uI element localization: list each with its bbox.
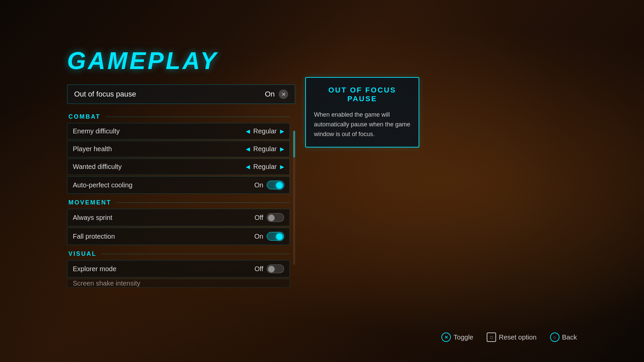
arrow-left-health[interactable]: ◀: [246, 146, 250, 152]
always-sprint-value: Off: [255, 214, 263, 222]
left-panel: GAMEPLAY Out of focus pause On ✕ COMBAT …: [67, 47, 295, 288]
arrow-left-enemy[interactable]: ◀: [246, 128, 250, 134]
info-panel-description: When enabled the game will automatically…: [314, 110, 411, 139]
fall-protection-toggle[interactable]: [267, 232, 284, 241]
arrow-right-enemy[interactable]: ▶: [280, 128, 284, 134]
setting-row-fall-protection[interactable]: Fall protection On: [67, 228, 290, 245]
settings-container: COMBAT Enemy difficulty ◀ Regular ▶: [67, 111, 290, 288]
auto-perfect-cooling-toggle[interactable]: [267, 181, 284, 189]
enemy-difficulty-label: Enemy difficulty: [73, 127, 120, 135]
explorer-mode-knob: [268, 266, 275, 273]
setting-row-always-sprint[interactable]: Always sprint Off: [67, 209, 290, 226]
hint-toggle: ✕ Toggle: [441, 333, 473, 342]
fall-protection-right: On: [254, 232, 284, 241]
selected-setting-value: On: [265, 90, 275, 99]
section-header-combat: COMBAT: [67, 111, 290, 123]
setting-row-auto-perfect-cooling[interactable]: Auto-perfect cooling On: [67, 176, 290, 194]
page-title: GAMEPLAY: [67, 47, 295, 74]
auto-perfect-cooling-right: On: [254, 181, 284, 189]
wanted-difficulty-value: Regular: [253, 163, 277, 171]
hint-reset: □ Reset option: [487, 333, 536, 342]
scrollbar-thumb: [293, 131, 295, 158]
info-panel: OUT OF FOCUS PAUSE When enabled the game…: [305, 77, 419, 147]
section-header-movement: MOVEMENT: [67, 196, 290, 209]
scrollbar-track[interactable]: [293, 131, 295, 265]
explorer-mode-value: Off: [255, 265, 263, 273]
player-health-label: Player health: [73, 145, 112, 153]
visual-settings-list: Explorer mode Off Screen shake intensity: [67, 260, 290, 288]
reset-icon: □: [487, 333, 496, 342]
info-panel-title: OUT OF FOCUS PAUSE: [314, 86, 411, 103]
enemy-difficulty-right: ◀ Regular ▶: [246, 127, 284, 135]
reset-hint-label: Reset option: [499, 334, 536, 341]
fall-protection-label: Fall protection: [73, 233, 115, 240]
selected-setting-label: Out of focus pause: [74, 90, 136, 99]
player-health-value: Regular: [253, 145, 277, 153]
section-header-visual: VISUAL: [67, 248, 290, 260]
setting-row-player-health[interactable]: Player health ◀ Regular ▶: [67, 141, 290, 157]
screen-shake-label: Screen shake intensity: [73, 280, 140, 287]
main-content: GAMEPLAY Out of focus pause On ✕ COMBAT …: [0, 0, 644, 362]
always-sprint-toggle[interactable]: [267, 213, 284, 222]
setting-row-enemy-difficulty[interactable]: Enemy difficulty ◀ Regular ▶: [67, 123, 290, 139]
explorer-mode-toggle[interactable]: [267, 264, 284, 273]
arrow-left-wanted[interactable]: ◀: [246, 164, 250, 170]
explorer-mode-right: Off: [255, 264, 284, 273]
wanted-difficulty-right: ◀ Regular ▶: [246, 163, 284, 171]
movement-settings-list: Always sprint Off Fall protection On: [67, 209, 290, 245]
selected-setting-row[interactable]: Out of focus pause On ✕: [67, 84, 295, 104]
setting-row-screen-shake: Screen shake intensity: [67, 279, 290, 288]
back-hint-label: Back: [562, 334, 577, 341]
setting-row-wanted-difficulty[interactable]: Wanted difficulty ◀ Regular ▶: [67, 159, 290, 175]
combat-settings-list: Enemy difficulty ◀ Regular ▶ Player heal…: [67, 123, 290, 194]
player-health-right: ◀ Regular ▶: [246, 145, 284, 153]
wanted-difficulty-label: Wanted difficulty: [73, 163, 122, 171]
auto-perfect-cooling-label: Auto-perfect cooling: [73, 181, 132, 189]
toggle-hint-label: Toggle: [453, 334, 473, 341]
always-sprint-label: Always sprint: [73, 214, 112, 222]
toggle-icon: ✕: [441, 333, 451, 342]
selected-setting-right: On ✕: [265, 89, 288, 99]
fall-protection-value: On: [254, 233, 263, 240]
fall-protection-knob: [276, 233, 283, 240]
auto-perfect-cooling-knob: [276, 182, 283, 189]
hint-back: ○ Back: [550, 333, 577, 342]
back-icon: ○: [550, 333, 559, 342]
bottom-hints: ✕ Toggle □ Reset option ○ Back: [441, 333, 577, 342]
auto-perfect-cooling-value: On: [254, 181, 263, 189]
explorer-mode-label: Explorer mode: [73, 265, 116, 273]
close-button[interactable]: ✕: [279, 89, 288, 99]
always-sprint-knob: [268, 215, 275, 221]
arrow-right-health[interactable]: ▶: [280, 146, 284, 152]
always-sprint-right: Off: [255, 213, 284, 222]
arrow-right-wanted[interactable]: ▶: [280, 164, 284, 170]
enemy-difficulty-value: Regular: [253, 127, 277, 135]
setting-row-explorer-mode[interactable]: Explorer mode Off: [67, 260, 290, 278]
